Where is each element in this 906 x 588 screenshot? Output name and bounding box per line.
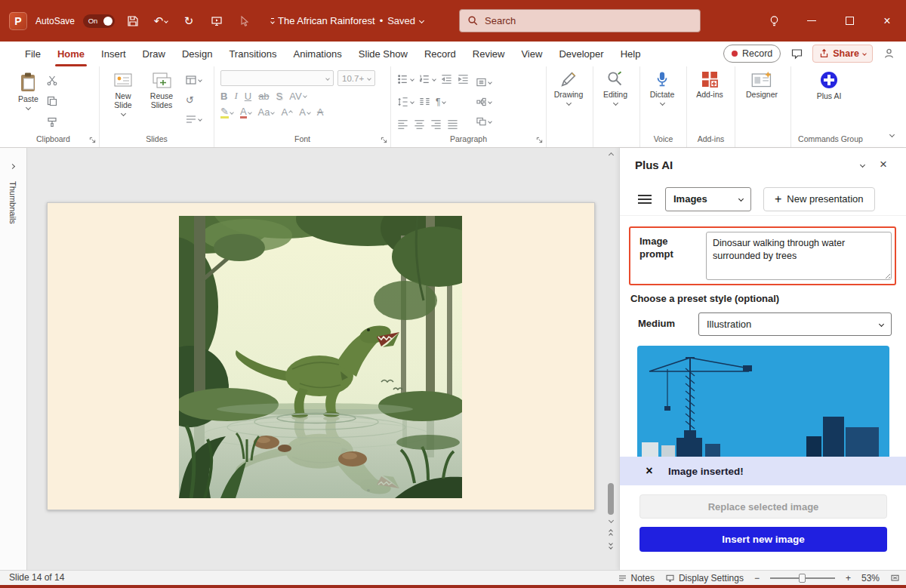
line-spacing-button[interactable] [397,93,414,111]
designer-button[interactable]: Designer [735,66,788,99]
save-button[interactable] [123,11,143,32]
notes-button[interactable]: Notes [618,573,655,583]
medium-dropdown[interactable]: Illustration [698,312,892,336]
drawing-button[interactable]: Drawing [547,66,590,105]
align-right-button[interactable] [430,115,442,134]
tab-help[interactable]: Help [612,42,649,66]
zoom-thumb[interactable] [799,574,806,583]
start-slideshow-button[interactable] [207,11,226,32]
panel-close-button[interactable]: × [873,154,894,175]
reuse-slides-button[interactable]: Reuse Slides [143,68,180,128]
zoom-out-button[interactable]: − [754,573,760,583]
convert-to-smartart-button[interactable] [476,93,492,111]
presenter-coach-button[interactable] [879,45,898,63]
redo-button[interactable]: ↻ [179,11,199,32]
next-slide-button[interactable] [605,540,617,551]
share-button[interactable]: Share [812,45,873,63]
search-box[interactable] [459,9,701,32]
paragraph-dialog-launcher[interactable] [535,135,544,144]
generated-image-preview[interactable] [637,346,889,457]
grow-font-button[interactable]: A [281,106,292,118]
font-color-button[interactable]: A [240,106,251,119]
tab-slide-show[interactable]: Slide Show [350,42,416,66]
addins-button[interactable]: Add-ins [687,66,732,99]
vertical-scrollbar[interactable] [605,149,617,553]
zoom-slider[interactable] [770,571,835,586]
clipboard-dialog-launcher[interactable] [88,135,97,144]
display-settings-button[interactable]: Display Settings [665,573,744,583]
replace-image-button[interactable]: Replace selected image [639,494,887,519]
font-dialog-launcher[interactable] [379,135,388,144]
fit-to-window-button[interactable] [890,574,900,583]
thumbnails-pane-collapsed[interactable]: Thumbnails [0,148,27,570]
copy-button[interactable] [46,92,58,110]
italic-button[interactable]: I [234,90,237,102]
shape-arrange-button[interactable] [476,112,492,131]
undo-button[interactable]: ↶ [151,11,171,32]
indent-increase-button[interactable] [458,70,469,88]
tab-view[interactable]: View [513,42,550,66]
insert-image-button[interactable]: Insert new image [639,527,887,552]
columns-button[interactable] [419,93,430,111]
images-dropdown[interactable]: Images [665,187,751,211]
align-center-button[interactable] [414,115,425,134]
tab-file[interactable]: File [17,42,49,66]
plus-ai-button[interactable]: Plus AI [809,66,849,100]
text-highlight-button[interactable]: ✎ [220,106,233,119]
tab-transitions[interactable]: Transitions [220,42,285,66]
menu-button[interactable] [638,194,653,205]
tab-home[interactable]: Home [49,42,93,66]
section-button[interactable] [186,110,202,128]
font-name-combo[interactable] [220,70,334,86]
bold-button[interactable]: B [220,91,227,102]
editing-button[interactable]: Editing [593,66,637,105]
clear-formatting-button[interactable]: A [317,106,324,118]
autosave-toggle[interactable]: On [83,14,115,28]
dinosaur-image[interactable] [179,216,462,498]
new-slide-button[interactable]: New Slide [106,68,140,128]
image-prompt-input[interactable]: Dinosaur walking through water surrounde… [706,232,892,280]
cut-button[interactable] [46,71,58,89]
tab-developer[interactable]: Developer [550,42,612,66]
scrollbar-thumb[interactable] [608,483,614,515]
scroll-down-button[interactable] [605,515,617,525]
numbering-button[interactable] [419,70,436,88]
reset-slide-button[interactable]: ↺ [186,91,202,109]
paste-button[interactable]: Paste [17,68,40,131]
tab-animations[interactable]: Animations [285,42,350,66]
comments-button[interactable] [787,45,806,63]
record-button[interactable]: Record [723,45,781,63]
underline-button[interactable]: U [245,91,251,102]
align-left-button[interactable] [397,115,408,134]
justify-button[interactable] [447,115,458,134]
font-size-combo[interactable]: 10.7+ [337,70,375,86]
panel-collapse-button[interactable] [852,154,873,175]
scroll-up-button[interactable] [605,149,617,160]
change-case-button[interactable]: Aa [258,106,275,118]
tab-record[interactable]: Record [416,42,464,66]
collapse-ribbon-button[interactable] [890,128,894,141]
dictate-button[interactable]: Dictate [640,66,684,105]
shrink-font-button[interactable]: A [299,106,310,118]
text-direction-button[interactable]: ¶ [436,93,445,111]
powerpoint-logo-icon[interactable]: P [9,12,27,30]
document-title[interactable]: The African Rainforest • Saved [278,0,424,42]
slide-counter[interactable]: Slide 14 of 14 [9,572,64,583]
align-text-button[interactable] [476,73,492,91]
slide-layout-button[interactable] [186,71,202,89]
zoom-level[interactable]: 53% [861,573,880,583]
maximize-button[interactable] [830,0,868,42]
minimize-button[interactable] [793,0,830,42]
pointer-tool-button[interactable] [235,11,254,32]
text-shadow-button[interactable]: S [276,91,283,102]
new-presentation-button[interactable]: + New presentation [763,187,875,211]
notification-close-button[interactable]: × [643,464,656,478]
format-painter-button[interactable] [46,113,58,131]
tab-insert[interactable]: Insert [93,42,134,66]
previous-slide-button[interactable] [605,528,617,539]
close-button[interactable]: × [868,0,906,42]
bullets-button[interactable] [397,70,414,88]
search-input[interactable] [485,15,666,26]
character-spacing-button[interactable]: AV [289,91,306,102]
tab-draw[interactable]: Draw [134,42,174,66]
